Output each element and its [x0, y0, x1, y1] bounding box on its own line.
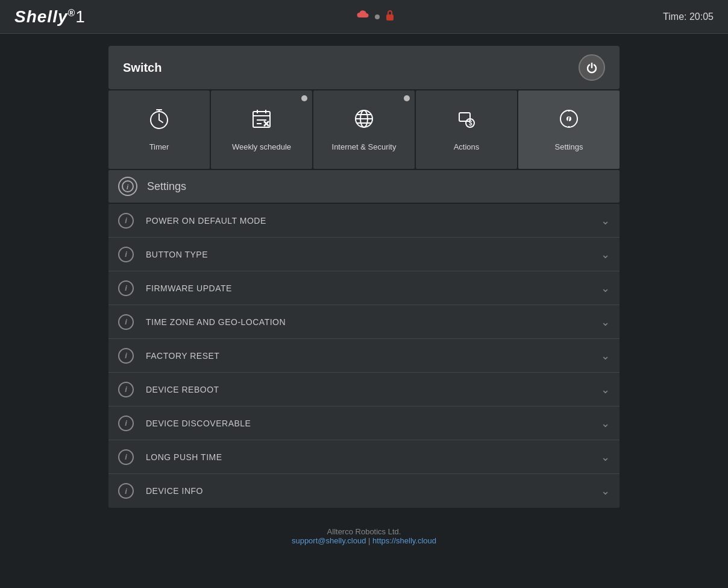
settings-label-long-push: LONG PUSH TIME: [146, 452, 601, 462]
timer-icon: [147, 107, 171, 136]
tab-internet-security[interactable]: Internet & Security: [313, 90, 415, 169]
tab-settings[interactable]: i Settings: [518, 90, 620, 169]
settings-item-device-reboot[interactable]: i DEVICE REBOOT ⌄: [108, 373, 620, 406]
chevron-discoverable: ⌄: [601, 417, 610, 430]
settings-section-header: i Settings: [108, 170, 620, 203]
settings-item-power-on-default[interactable]: i POWER ON DEFAULT MODE ⌄: [108, 204, 620, 238]
settings-item-factory-reset[interactable]: i FACTORY RESET ⌄: [108, 339, 620, 373]
tab-settings-label: Settings: [555, 142, 583, 153]
weekly-schedule-icon: [249, 107, 274, 136]
settings-section-title: Settings: [147, 180, 186, 193]
footer: Allterco Robotics Ltd. support@shelly.cl…: [108, 508, 620, 555]
cloud-icon: [353, 9, 370, 25]
weekly-schedule-indicator: [301, 95, 307, 101]
tab-timer[interactable]: Timer: [108, 90, 210, 169]
info-icon-power-on: i: [118, 213, 134, 229]
settings-item-device-info[interactable]: i DEVICE INFO ⌄: [108, 474, 620, 508]
tab-weekly-schedule-label: Weekly schedule: [232, 142, 291, 153]
settings-item-timezone[interactable]: i TIME ZONE AND GEO-LOCATION ⌄: [108, 305, 620, 339]
header-time: Time: 20:05: [663, 11, 714, 22]
info-icon-button-type: i: [118, 247, 134, 262]
settings-icon: i: [557, 107, 581, 136]
info-icon-discoverable: i: [118, 416, 134, 431]
switch-panel: Switch: [108, 46, 620, 89]
logo: Shelly®1: [14, 7, 86, 27]
info-icon-device-reboot: i: [118, 382, 134, 397]
tab-weekly-schedule[interactable]: Weekly schedule: [211, 90, 312, 169]
internet-security-icon: [352, 107, 376, 136]
header-icons: [353, 8, 395, 25]
chevron-firmware: ⌄: [601, 282, 610, 295]
tabs-row: Timer Weekly schedule: [108, 90, 620, 169]
header: Shelly®1 Time: 20:05: [0, 0, 728, 34]
settings-item-button-type[interactable]: i BUTTON TYPE ⌄: [108, 238, 620, 271]
settings-item-discoverable[interactable]: i DEVICE DISCOVERABLE ⌄: [108, 406, 620, 440]
power-button[interactable]: [579, 54, 605, 81]
settings-label-firmware: FIRMWARE UPDATE: [146, 283, 601, 293]
footer-website-link[interactable]: https://shelly.cloud: [372, 536, 436, 545]
settings-label-device-info: DEVICE INFO: [146, 486, 601, 496]
chevron-long-push: ⌄: [601, 450, 610, 464]
internet-security-indicator: [404, 95, 410, 101]
settings-list: i POWER ON DEFAULT MODE ⌄ i BUTTON TYPE …: [108, 204, 620, 508]
logo-number: 1: [75, 7, 86, 26]
info-icon-device-info: i: [118, 483, 134, 499]
settings-label-timezone: TIME ZONE AND GEO-LOCATION: [146, 317, 601, 327]
chevron-factory-reset: ⌄: [601, 349, 610, 362]
info-icon-factory-reset: i: [118, 348, 134, 364]
chevron-button-type: ⌄: [601, 248, 610, 261]
chevron-device-info: ⌄: [601, 484, 610, 498]
settings-item-firmware-update[interactable]: i FIRMWARE UPDATE ⌄: [108, 271, 620, 305]
footer-links: support@shelly.cloud | https://shelly.cl…: [108, 536, 620, 545]
info-icon-firmware: i: [118, 280, 134, 296]
chevron-device-reboot: ⌄: [601, 383, 610, 396]
svg-text:$: $: [469, 120, 472, 127]
actions-icon: $: [454, 107, 479, 136]
tab-timer-label: Timer: [149, 142, 169, 153]
connection-dot: [375, 14, 380, 19]
tab-actions[interactable]: $ Actions: [416, 90, 517, 169]
settings-label-device-reboot: DEVICE REBOOT: [146, 385, 601, 394]
info-icon-timezone: i: [118, 314, 134, 330]
main-container: Switch Timer: [99, 46, 629, 555]
switch-label: Switch: [123, 61, 162, 75]
settings-label-factory-reset: FACTORY RESET: [146, 351, 601, 361]
tab-internet-security-label: Internet & Security: [332, 142, 397, 153]
svg-text:i: i: [127, 183, 129, 191]
info-icon-long-push: i: [118, 449, 134, 465]
settings-label-power-on: POWER ON DEFAULT MODE: [146, 216, 601, 226]
chevron-power-on: ⌄: [601, 214, 610, 227]
footer-company: Allterco Robotics Ltd.: [108, 527, 620, 536]
tab-actions-label: Actions: [454, 142, 480, 153]
svg-rect-0: [386, 14, 394, 21]
settings-item-long-push[interactable]: i LONG PUSH TIME ⌄: [108, 440, 620, 474]
settings-label-button-type: BUTTON TYPE: [146, 250, 601, 259]
chevron-timezone: ⌄: [601, 315, 610, 329]
settings-label-discoverable: DEVICE DISCOVERABLE: [146, 419, 601, 428]
footer-support-link[interactable]: support@shelly.cloud: [292, 536, 366, 545]
settings-section-icon: i: [118, 177, 137, 196]
lock-icon: [384, 8, 395, 25]
